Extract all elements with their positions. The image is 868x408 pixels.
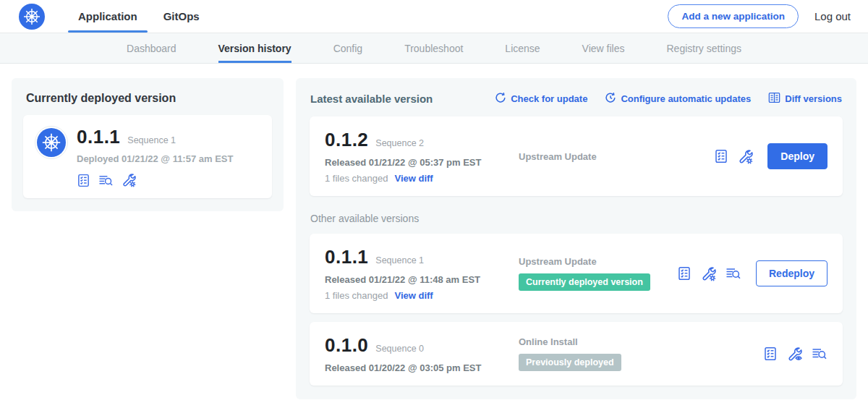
version-row-0-1-2: 0.1.2 Sequence 2 Released 01/21/22 @ 05:… [310, 116, 843, 196]
sequence-label: Sequence 2 [375, 138, 424, 148]
subnav-view-files[interactable]: View files [582, 33, 625, 63]
subnav-version-history[interactable]: Version history [218, 33, 292, 63]
app-switcher: Application GitOps [65, 0, 213, 33]
check-for-update-label: Check for update [511, 93, 587, 104]
version-actions: Check for update Configure automatic upd… [495, 92, 842, 106]
kubernetes-logo-icon [19, 4, 45, 30]
tab-gitops[interactable]: GitOps [150, 0, 213, 33]
deployed-version-card: 0.1.1 Sequence 1 Deployed 01/21/22 @ 11:… [23, 115, 272, 198]
diff-versions-link[interactable]: Diff versions [768, 92, 842, 106]
latest-available-title: Latest available version [310, 93, 433, 105]
files-changed-label: 1 files changed [325, 290, 388, 301]
deploy-logs-icon[interactable] [812, 347, 827, 361]
top-nav-right: Add a new application Log out [668, 4, 851, 28]
tab-application-label: Application [78, 10, 137, 22]
deploy-logs-icon[interactable] [726, 266, 741, 281]
redeploy-button[interactable]: Redeploy [756, 260, 827, 286]
release-notes-icon[interactable] [77, 174, 90, 187]
subnav-troubleshoot[interactable]: Troubleshoot [404, 33, 463, 63]
view-config-icon[interactable] [787, 347, 802, 362]
check-for-update-link[interactable]: Check for update [495, 92, 587, 106]
top-nav: Application GitOps Add a new application… [0, 0, 868, 33]
subnav-config[interactable]: Config [333, 33, 362, 63]
app-subnav: Dashboard Version history Config Trouble… [0, 33, 868, 64]
main-content: Currently deployed version 0 [0, 64, 868, 408]
tab-gitops-label: GitOps [163, 10, 200, 22]
released-timestamp: Released 01/21/22 @ 05:37 pm EST [325, 157, 507, 168]
currently-deployed-title: Currently deployed version [26, 92, 272, 105]
other-available-versions-title: Other available versions [310, 213, 842, 224]
released-timestamp: Released 01/21/22 @ 11:48 am EST [325, 274, 507, 285]
refresh-icon [495, 92, 506, 106]
subnav-license[interactable]: License [505, 33, 540, 63]
edit-config-icon[interactable] [701, 266, 716, 281]
diff-icon [768, 92, 780, 106]
version-row-0-1-1: 0.1.1 Sequence 1 Released 01/21/22 @ 11:… [310, 234, 843, 313]
version-source-label: Upstream Update [519, 151, 714, 162]
release-notes-icon[interactable] [763, 347, 778, 361]
version-number: 0.1.0 [325, 334, 368, 357]
sequence-label: Sequence 0 [375, 344, 424, 354]
subnav-dashboard[interactable]: Dashboard [127, 33, 176, 63]
configure-automatic-updates-link[interactable]: Configure automatic updates [605, 92, 751, 106]
view-diff-link[interactable]: View diff [394, 290, 433, 301]
tab-application[interactable]: Application [65, 0, 150, 33]
deploy-button[interactable]: Deploy [767, 143, 827, 169]
auto-update-icon [605, 92, 616, 106]
released-timestamp: Released 01/20/22 @ 03:05 pm EST [325, 362, 507, 373]
deployed-version-number: 0.1.1 [77, 126, 120, 148]
currently-deployed-panel: Currently deployed version 0 [12, 78, 284, 211]
configure-automatic-updates-label: Configure automatic updates [621, 93, 751, 104]
version-source-label: Upstream Update [519, 256, 677, 267]
add-application-button[interactable]: Add a new application [668, 4, 799, 28]
release-notes-icon[interactable] [677, 266, 692, 281]
version-row-0-1-0: 0.1.0 Sequence 0 Released 01/20/22 @ 03:… [310, 322, 843, 386]
deployed-sequence-label: Sequence 1 [127, 135, 176, 145]
app-logo-icon [35, 126, 68, 159]
sequence-label: Sequence 1 [375, 255, 424, 265]
files-changed-label: 1 files changed [325, 173, 388, 184]
currently-deployed-badge: Currently deployed version [519, 273, 650, 291]
edit-config-icon[interactable] [738, 149, 753, 164]
release-notes-icon[interactable] [714, 149, 728, 163]
version-source-label: Online Install [519, 336, 763, 347]
logout-link[interactable]: Log out [814, 10, 851, 22]
deploy-logs-icon[interactable] [98, 174, 114, 187]
deployed-timestamp: Deployed 01/21/22 @ 11:57 am EST [77, 153, 233, 164]
diff-versions-label: Diff versions [785, 93, 842, 104]
edit-config-icon[interactable] [122, 173, 136, 187]
available-versions-panel: Latest available version Check for updat… [296, 78, 856, 399]
previously-deployed-badge: Previously deployed [519, 354, 621, 371]
deployed-version-info: 0.1.1 Sequence 1 Deployed 01/21/22 @ 11:… [77, 126, 233, 187]
subnav-registry-settings[interactable]: Registry settings [667, 33, 741, 63]
view-diff-link[interactable]: View diff [394, 173, 433, 184]
version-number: 0.1.2 [325, 129, 368, 151]
version-number: 0.1.1 [325, 246, 368, 268]
